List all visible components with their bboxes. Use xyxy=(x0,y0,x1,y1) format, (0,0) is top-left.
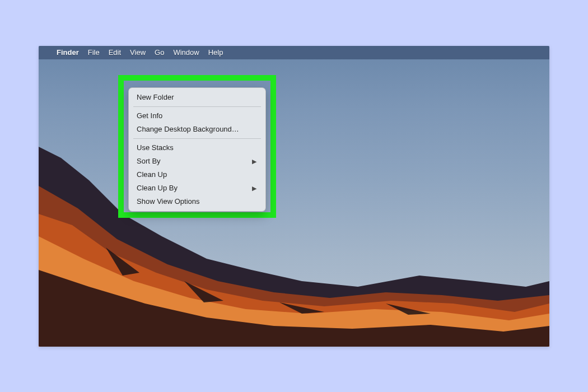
context-menu-item-label: Show View Options xyxy=(137,197,200,207)
menubar-item-edit[interactable]: Edit xyxy=(109,48,121,57)
menubar: Finder File Edit View Go Window Help xyxy=(39,46,549,59)
context-menu-item-label: Clean Up By xyxy=(137,183,178,193)
context-menu-item-use-stacks[interactable]: Use Stacks xyxy=(129,141,265,155)
context-menu-item-clean-up[interactable]: Clean Up xyxy=(129,168,265,181)
context-menu-item-label: Sort By xyxy=(137,156,161,166)
chevron-right-icon: ▶ xyxy=(252,156,256,166)
desktop-wallpaper[interactable] xyxy=(39,46,549,347)
context-menu-item-show-view-options[interactable]: Show View Options xyxy=(129,195,265,208)
context-menu-item-sort-by[interactable]: Sort By ▶ xyxy=(129,155,265,168)
desktop-context-menu: New Folder Get Info Change Desktop Backg… xyxy=(128,87,266,212)
screenshot-frame: Finder File Edit View Go Window Help New… xyxy=(39,46,549,347)
menubar-item-file[interactable]: File xyxy=(88,48,100,57)
context-menu-item-label: Change Desktop Background… xyxy=(137,124,239,134)
context-menu-item-label: New Folder xyxy=(137,92,174,102)
chevron-right-icon: ▶ xyxy=(252,183,256,193)
context-menu-item-label: Clean Up xyxy=(137,170,167,180)
context-menu-item-label: Use Stacks xyxy=(137,143,174,153)
context-menu-item-clean-up-by[interactable]: Clean Up By ▶ xyxy=(129,181,265,195)
menubar-item-go[interactable]: Go xyxy=(155,48,164,57)
context-menu-item-label: Get Info xyxy=(137,111,162,121)
menubar-item-view[interactable]: View xyxy=(130,48,146,57)
menubar-app-name[interactable]: Finder xyxy=(57,48,79,57)
context-menu-separator xyxy=(133,138,261,139)
menubar-item-window[interactable]: Window xyxy=(173,48,199,57)
context-menu-separator xyxy=(133,106,261,107)
context-menu-item-new-folder[interactable]: New Folder xyxy=(129,91,265,104)
context-menu-item-get-info[interactable]: Get Info xyxy=(129,109,265,123)
context-menu-item-change-desktop-background[interactable]: Change Desktop Background… xyxy=(129,123,265,136)
menubar-item-help[interactable]: Help xyxy=(208,48,223,57)
